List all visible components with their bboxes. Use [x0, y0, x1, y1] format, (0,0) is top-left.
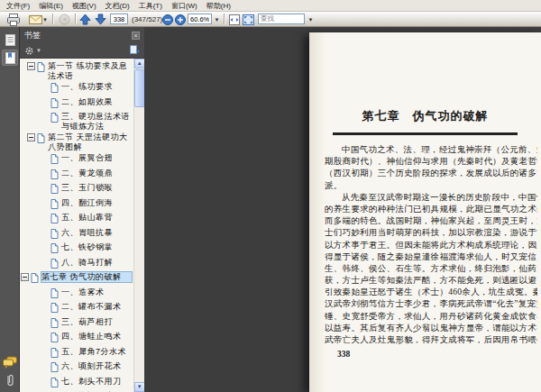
bookmark-item[interactable]: 三、玉门锁喉: [20, 183, 132, 196]
bookmark-icon: [50, 153, 60, 167]
bookmark-page-icon: [37, 62, 45, 72]
find-dropdown-button[interactable]: ▼: [307, 14, 315, 24]
panel-title: 书签: [24, 30, 41, 41]
scrollbar-thumb[interactable]: [134, 69, 144, 107]
find-input[interactable]: [258, 14, 305, 24]
bookmark-item[interactable]: 五、犀角7分水术: [20, 347, 132, 360]
pages-panel-button[interactable]: [2, 32, 18, 48]
bookmark-icon: [50, 317, 60, 331]
collapse-icon[interactable]: [27, 62, 35, 70]
fit-width-button[interactable]: [227, 13, 241, 26]
toolbar-separator: [75, 14, 76, 24]
expand-current-bookmark-button[interactable]: [129, 42, 140, 59]
bookmark-label: 四、翻江倒海: [61, 198, 132, 208]
bookmark-item[interactable]: 一、造雾术: [20, 287, 132, 301]
bookmark-item[interactable]: 七、铁砂钢掌: [20, 242, 132, 256]
bookmark-icon: [50, 112, 60, 125]
bookmark-page-icon: [50, 243, 59, 253]
bookmark-page-icon: [31, 273, 39, 283]
navigation-strip: [0, 27, 20, 392]
chevron-down-icon: ▼: [36, 48, 41, 53]
bookmark-item[interactable]: 第七章 伪气功的破解: [20, 272, 132, 286]
bookmark-label: 二、罐布不漏术: [61, 302, 132, 312]
bookmark-icon: [50, 332, 60, 345]
scroll-up-button[interactable]: ▲: [134, 59, 144, 68]
zoom-in-button[interactable]: [174, 13, 186, 26]
panel-header: 书签 ×: [20, 27, 144, 43]
zoom-out-button[interactable]: [161, 13, 173, 26]
attachments-panel-button[interactable]: [2, 372, 18, 388]
bookmark-page-icon: [50, 333, 59, 342]
fullscreen-button[interactable]: [242, 13, 255, 26]
bookmark-icon: [50, 287, 60, 301]
body-line: 中国气功之术、法、理，经过鬼神崇拜（公元前、史前: [325, 144, 537, 156]
comments-panel-button[interactable]: [2, 354, 18, 370]
bookmark-item[interactable]: 第一节 练功要求及息法术语: [20, 61, 132, 80]
options-menu-button[interactable]: ▼: [24, 46, 41, 56]
bookmark-item[interactable]: 二、黄龙颂鼎: [20, 169, 132, 182]
menu-item[interactable]: 编辑(E): [34, 0, 68, 11]
bookmark-page-icon: [50, 199, 59, 209]
body-line: 生、韩终、侯公、石生等。方术求仙，终归泡影，仙药无: [325, 263, 537, 275]
bookmark-page-icon: [50, 184, 59, 194]
panel-close-button[interactable]: ×: [132, 32, 140, 40]
bookmark-icon: [50, 242, 60, 256]
bookmark-item[interactable]: 三、硬功息法术语与锻炼方法: [20, 112, 132, 131]
previous-view-icon: [59, 14, 70, 25]
tree-scrollbar[interactable]: ▲ ▼: [133, 59, 144, 392]
bookmark-item[interactable]: 一、展翼合翅: [20, 153, 132, 167]
bookmark-item[interactable]: 四、翻江倒海: [20, 198, 132, 212]
menu-item[interactable]: 工具(T): [134, 0, 167, 11]
bookmark-label: 二、如期效果: [61, 97, 132, 107]
bookmark-item[interactable]: 三、葫芦相打: [20, 317, 132, 331]
printer-icon: [6, 14, 21, 26]
collapse-icon[interactable]: [21, 273, 29, 281]
body-line: 从先秦至汉武帝时期这一漫长的历史阶段中，中国气功: [325, 192, 537, 204]
bookmark-item[interactable]: 第二节 天罡法硬功大八势图解: [20, 132, 132, 151]
menu-item[interactable]: 视图(V): [68, 0, 101, 11]
bookmark-item[interactable]: 七、剃头不用刀: [20, 377, 132, 390]
bookmark-item[interactable]: 六、胃咀抗暴: [20, 228, 132, 242]
bookmark-label: 七、剃头不用刀: [61, 377, 132, 387]
zoom-dropdown-button[interactable]: ▼: [213, 14, 221, 24]
previous-view-button[interactable]: [56, 13, 72, 26]
page-number-input[interactable]: [110, 14, 128, 24]
menu-item[interactable]: 帮助(H): [202, 0, 235, 11]
scroll-down-button[interactable]: ▼: [134, 382, 144, 392]
bookmark-item[interactable]: 二、罐布不漏术: [20, 302, 132, 315]
bookmarks-panel-button[interactable]: [2, 50, 18, 66]
body-line: 期殷商时代）、神仙信仰与求用（先秦时代）及黄老哲学说: [325, 156, 537, 168]
print-button[interactable]: [4, 13, 23, 26]
gear-icon: [24, 46, 34, 56]
bookmark-item[interactable]: 六、顷刻开花术: [20, 361, 132, 375]
body-line: 得显于诸侯，随之秦始皇遣徐福渡海求仙人，时又宠信卢: [325, 251, 537, 263]
pages-icon: [5, 33, 16, 47]
bookmark-icon: [50, 183, 60, 196]
bookmarks-panel: 书签 × ▼: [20, 27, 144, 392]
next-page-button[interactable]: [94, 13, 107, 26]
bookmark-icon: [50, 361, 60, 375]
menu-item[interactable]: 文件(F): [2, 0, 34, 11]
bookmark-item[interactable]: 一、练功要求: [20, 82, 132, 96]
previous-page-button[interactable]: [78, 13, 92, 26]
bookmark-item[interactable]: 八、骑马打解: [20, 258, 132, 271]
bookmark-page-icon: [50, 98, 59, 108]
bookmark-item[interactable]: 二、如期效果: [20, 97, 132, 111]
menu-item[interactable]: 文档(D): [101, 0, 134, 11]
bookmark-item[interactable]: 五、贴山靠背: [20, 213, 132, 226]
menu-bar: 文件(F)编辑(E)视图(V)文档(D)工具(T)窗口(W)帮助(H): [0, 0, 541, 12]
bookmark-label: 四、塘蛙止鸣术: [61, 332, 132, 342]
bookmark-label: 第一节 练功要求及息法术语: [48, 61, 132, 80]
bookmark-label: 六、胃咀抗暴: [61, 228, 132, 238]
menu-item[interactable]: 窗口(W): [167, 0, 202, 11]
body-line: 以益寿。其后复有齐人少翁以鬼神方显帝，谓能以方术夜致: [325, 323, 537, 334]
bookmark-label: 六、顷刻开花术: [61, 361, 132, 371]
zoom-level-input[interactable]: [188, 14, 212, 24]
email-button[interactable]: ▼: [26, 13, 50, 26]
bookmark-icon: [50, 377, 60, 390]
chevron-down-icon: ▼: [42, 17, 48, 23]
bookmark-item[interactable]: 四、塘蛙止鸣术: [20, 332, 132, 345]
bookmark-icon: [37, 132, 47, 146]
bookmark-page-icon: [50, 348, 59, 358]
collapse-icon[interactable]: [27, 133, 35, 141]
